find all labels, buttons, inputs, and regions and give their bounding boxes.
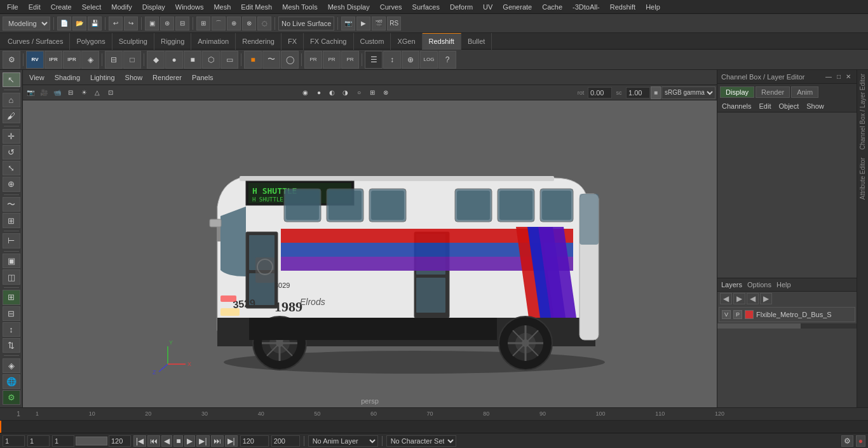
snap-curve-button[interactable]: ⌒: [212, 17, 226, 31]
shelf-red-cube-button[interactable]: ■: [244, 51, 262, 69]
snap-grid-button[interactable]: ⊞: [196, 17, 210, 31]
menu-edit[interactable]: Edit: [24, 2, 45, 12]
vp-cam3-button[interactable]: 📹: [51, 86, 64, 99]
vp-shade1-button[interactable]: ◉: [299, 86, 312, 99]
select-tool-button[interactable]: ↖: [3, 72, 20, 87]
workspace-selector[interactable]: Modeling: [3, 17, 50, 31]
menu-surfaces[interactable]: Surfaces: [408, 2, 444, 12]
menu-windows[interactable]: Windows: [171, 2, 208, 12]
timeline-bar[interactable]: [0, 421, 868, 433]
shelf-settings-button[interactable]: ⚙: [3, 51, 20, 69]
bot-auto-key-btn[interactable]: ●: [856, 435, 865, 447]
panel-close-btn[interactable]: —: [824, 72, 834, 81]
next-key-button[interactable]: ⏭: [211, 435, 224, 447]
vp-xray-button[interactable]: ⊗: [379, 86, 392, 99]
shelf-rs3-button[interactable]: ⊕: [402, 51, 419, 69]
vp-menu-shading[interactable]: Shading: [52, 72, 83, 83]
shelf-cylinder-button[interactable]: ⬡: [202, 51, 220, 69]
layer-scrollbar[interactable]: [717, 323, 857, 329]
universal-manip-button[interactable]: ⊕: [3, 177, 20, 191]
shelf-sphere-button[interactable]: ●: [165, 51, 183, 69]
select-hier-button[interactable]: ⊛: [160, 17, 174, 31]
menu-modify[interactable]: Modify: [107, 2, 136, 12]
shelf-log-button[interactable]: LOG: [420, 51, 438, 69]
rs-arrow-button[interactable]: ↕: [3, 322, 20, 337]
vp-shade2-button[interactable]: ●: [313, 86, 325, 99]
vp-shade3-button[interactable]: ◐: [326, 86, 339, 99]
lasso-select-button[interactable]: ⌂: [3, 93, 20, 107]
tab-curves-surfaces[interactable]: Curves / Surfaces: [1, 33, 70, 50]
shelf-cube-button[interactable]: ■: [184, 51, 201, 69]
ch-menu-channels[interactable]: Channels: [720, 102, 753, 111]
shelf-pr1-button[interactable]: PR: [304, 51, 322, 69]
channel-box-side-tab[interactable]: Channel Box / Layer Editor: [858, 70, 867, 154]
prev-key-button[interactable]: ⏮: [147, 435, 160, 447]
frame-end-input[interactable]: [109, 435, 131, 447]
menu-select[interactable]: Select: [78, 2, 106, 12]
menu-display[interactable]: Display: [138, 2, 170, 12]
shelf-help-button[interactable]: ?: [438, 51, 456, 69]
camera-tool-button[interactable]: ◫: [3, 269, 20, 284]
vp-shade5-button[interactable]: ○: [353, 86, 365, 99]
anim-layer-selector[interactable]: No Anim Layer: [308, 435, 378, 447]
layer-arrow-left[interactable]: ◀: [720, 293, 732, 304]
rs-tool5-button[interactable]: ◈: [3, 358, 20, 373]
vp-shade4-button[interactable]: ◑: [339, 86, 352, 99]
menu-mesh-tools[interactable]: Mesh Tools: [278, 2, 322, 12]
frame-range-bar[interactable]: [76, 437, 107, 445]
shelf-plane-button[interactable]: ▭: [220, 51, 238, 69]
shelf-rs2-button[interactable]: ↕: [383, 51, 401, 69]
vp-scale-input[interactable]: [626, 87, 650, 98]
menu-uv[interactable]: UV: [478, 2, 497, 12]
tab-display[interactable]: Display: [720, 86, 754, 98]
vp-wireframe-button[interactable]: ⊞: [366, 86, 379, 99]
tab-polygons[interactable]: Polygons: [70, 33, 112, 50]
tab-custom[interactable]: Custom: [354, 33, 391, 50]
snap-surface-button[interactable]: ⊗: [242, 17, 256, 31]
layer-item[interactable]: V P Flxible_Metro_D_Bus_S: [719, 307, 855, 322]
snap-point-button[interactable]: ⊕: [227, 17, 241, 31]
shelf-wave-button[interactable]: 〜: [262, 51, 280, 69]
anim-end-input[interactable]: [240, 435, 269, 447]
viewport-canvas[interactable]: H SHUTTLE H SHUTTLE 3529: [23, 100, 717, 407]
vp-grid-button[interactable]: ⊟: [64, 86, 77, 99]
vp-menu-panels[interactable]: Panels: [189, 72, 216, 83]
shelf-box-button[interactable]: □: [123, 51, 141, 69]
render-button[interactable]: 🎬: [372, 17, 386, 31]
paint-select-button[interactable]: 🖌: [3, 109, 20, 123]
frame-step-input[interactable]: [27, 435, 50, 447]
vp-light-button[interactable]: ☀: [78, 86, 90, 99]
shelf-ring-button[interactable]: ◯: [281, 51, 299, 69]
vp-menu-renderer[interactable]: Renderer: [150, 72, 184, 83]
ch-menu-show[interactable]: Show: [804, 102, 826, 111]
gamma-selector[interactable]: sRGB gamma: [661, 86, 715, 99]
shelf-grid-button[interactable]: ⊟: [105, 51, 123, 69]
tab-bullet[interactable]: Bullet: [461, 33, 492, 50]
shelf-pr3-button[interactable]: PR: [341, 51, 359, 69]
redshift-button[interactable]: RS: [387, 17, 401, 31]
select-component-button[interactable]: ⊟: [175, 17, 189, 31]
open-file-button[interactable]: 📂: [72, 17, 86, 31]
redo-button[interactable]: ↪: [124, 17, 138, 31]
prev-frame-button[interactable]: ◀: [161, 435, 172, 447]
char-set-selector[interactable]: No Character Set: [386, 435, 456, 447]
menu-redshift[interactable]: Redshift: [606, 2, 640, 12]
layer-scrollbar-thumb[interactable]: [717, 323, 801, 329]
tab-anim[interactable]: Anim: [791, 86, 818, 98]
tab-redshift[interactable]: Redshift: [423, 33, 461, 50]
show-manip-button[interactable]: ⊞: [3, 213, 20, 227]
shelf-pr2-button[interactable]: PR: [323, 51, 341, 69]
snap-live-button[interactable]: ◌: [257, 17, 271, 31]
ch-menu-object[interactable]: Object: [776, 102, 801, 111]
vp-cam-button[interactable]: 📷: [24, 86, 37, 99]
rs-plus-button[interactable]: ⊞: [3, 290, 20, 304]
tab-fx-caching[interactable]: FX Caching: [304, 33, 353, 50]
vp-menu-show[interactable]: Show: [123, 72, 146, 83]
menu-edit-mesh[interactable]: Edit Mesh: [236, 2, 276, 12]
timeline-ruler[interactable]: 1 1 10 20 30 40 50 60 70 80 90 100 110 1…: [0, 408, 868, 421]
rs-globe-button[interactable]: 🌐: [3, 374, 20, 389]
panel-float-btn[interactable]: □: [835, 72, 843, 81]
rs-arrow2-button[interactable]: ⇅: [3, 338, 20, 353]
rs-gear-button[interactable]: ⚙: [3, 390, 20, 405]
menu-mesh-display[interactable]: Mesh Display: [323, 2, 374, 12]
